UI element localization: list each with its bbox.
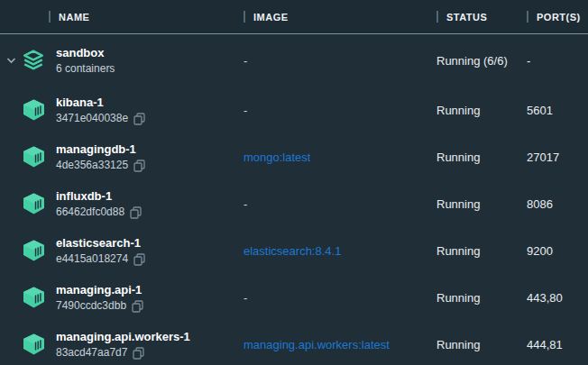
container-name: managingdb-1 xyxy=(56,141,243,157)
container-cube-icon xyxy=(22,286,46,309)
stack-layers-icon xyxy=(22,49,45,72)
container-id: 4de356a33125 xyxy=(56,159,128,172)
ports-text: 5601 xyxy=(527,104,588,117)
container-id: 3471e040038e xyxy=(56,112,128,125)
row-icon-cell xyxy=(0,145,56,169)
ports-text: 444,81 xyxy=(527,338,588,351)
column-divider xyxy=(49,11,51,23)
image-name: - xyxy=(243,291,247,305)
column-divider xyxy=(436,11,438,23)
name-cell: influxdb-1 66462dfc0d88 xyxy=(56,188,243,219)
status-text: Running xyxy=(436,197,527,211)
copy-icon[interactable] xyxy=(133,160,145,172)
status-text: Running xyxy=(436,104,527,117)
table-row[interactable]: managingdb-1 4de356a33125 mongo:latest R… xyxy=(0,133,588,180)
column-header-status[interactable]: STATUS xyxy=(436,11,527,23)
image-name[interactable]: mongo:latest xyxy=(243,151,310,164)
row-icon-cell xyxy=(0,286,56,309)
copy-icon[interactable] xyxy=(133,113,145,125)
column-divider xyxy=(243,11,245,23)
container-cube-icon xyxy=(22,145,46,169)
container-name: influxdb-1 xyxy=(56,188,243,204)
table-body: sandbox 6 containers - Running (6/6) - xyxy=(0,34,588,365)
image-name[interactable]: elasticsearch:8.4.1 xyxy=(243,244,341,258)
row-icon-cell xyxy=(0,49,56,72)
container-list-panel: NAME IMAGE STATUS PORT(S) xyxy=(0,0,588,365)
column-header-name[interactable]: NAME xyxy=(49,11,243,23)
column-header-status-label: STATUS xyxy=(446,12,487,23)
status-text: Running (6/6) xyxy=(436,54,527,68)
image-name: - xyxy=(243,54,247,68)
name-cell: sandbox 6 containers xyxy=(56,45,243,76)
image-cell: mongo:latest xyxy=(243,151,436,164)
container-cube-icon xyxy=(22,239,46,262)
ports-text: 8086 xyxy=(527,197,588,211)
table-row[interactable]: influxdb-1 66462dfc0d88 - Running 8086 xyxy=(0,180,588,227)
container-name: managing.api-1 xyxy=(56,282,243,297)
copy-icon[interactable] xyxy=(132,300,143,313)
status-text: Running xyxy=(436,244,527,258)
column-header-ports[interactable]: PORT(S) xyxy=(527,11,588,23)
ports-text: - xyxy=(527,54,588,68)
container-cube-icon xyxy=(22,333,46,356)
name-cell: kibana-1 3471e040038e xyxy=(56,95,243,125)
ports-text: 9200 xyxy=(527,244,588,258)
name-cell: managing.api.workers-1 83acd47aa7d7 xyxy=(56,329,243,360)
ports-text: 443,80 xyxy=(527,291,588,305)
container-name: elasticsearch-1 xyxy=(56,235,243,251)
container-name: sandbox xyxy=(56,45,243,60)
container-cube-icon xyxy=(22,192,46,215)
image-cell: managing.api.workers:latest xyxy=(243,338,436,351)
column-header-name-label: NAME xyxy=(59,12,89,23)
table-row[interactable]: sandbox 6 containers - Running (6/6) - xyxy=(0,34,588,87)
table-header: NAME IMAGE STATUS PORT(S) xyxy=(0,0,588,34)
table-row[interactable]: managing.api.workers-1 83acd47aa7d7 mana… xyxy=(0,321,588,365)
container-id: e4415a018274 xyxy=(56,252,128,266)
column-header-image[interactable]: IMAGE xyxy=(243,11,436,23)
name-cell: elasticsearch-1 e4415a018274 xyxy=(56,235,243,266)
status-text: Running xyxy=(436,151,527,164)
row-icon-cell xyxy=(0,333,56,356)
image-cell: - xyxy=(243,291,436,305)
table-row[interactable]: kibana-1 3471e040038e - Running 5601 xyxy=(0,87,588,133)
status-text: Running xyxy=(436,338,527,351)
image-cell: - xyxy=(243,197,436,211)
image-cell: elasticsearch:8.4.1 xyxy=(243,244,436,258)
container-name: kibana-1 xyxy=(56,95,243,110)
table-row[interactable]: elasticsearch-1 e4415a018274 elasticsear… xyxy=(0,227,588,274)
column-header-image-label: IMAGE xyxy=(253,12,289,23)
chevron-down-icon[interactable] xyxy=(6,57,22,64)
container-count: 6 containers xyxy=(56,62,115,76)
copy-icon[interactable] xyxy=(130,206,142,219)
row-icon-cell xyxy=(0,239,56,262)
container-id: 83acd47aa7d7 xyxy=(56,346,127,360)
image-cell: - xyxy=(243,104,436,117)
row-icon-cell xyxy=(0,98,56,122)
image-name: - xyxy=(243,197,247,211)
name-cell: managing.api-1 7490ccdc3dbb xyxy=(56,282,243,313)
container-id: 7490ccdc3dbb xyxy=(56,299,126,313)
table-row[interactable]: managing.api-1 7490ccdc3dbb - Running xyxy=(0,274,588,321)
container-name: managing.api.workers-1 xyxy=(56,329,243,344)
ports-text: 27017 xyxy=(527,151,588,164)
row-icon-cell xyxy=(0,192,56,215)
name-cell: managingdb-1 4de356a33125 xyxy=(56,141,243,172)
image-name: - xyxy=(243,104,247,117)
column-divider xyxy=(527,11,528,23)
image-cell: - xyxy=(243,54,436,68)
status-text: Running xyxy=(436,291,527,305)
container-cube-icon xyxy=(22,98,46,122)
container-id: 66462dfc0d88 xyxy=(56,205,124,219)
copy-icon[interactable] xyxy=(133,253,145,266)
column-header-ports-label: PORT(S) xyxy=(537,12,581,23)
copy-icon[interactable] xyxy=(133,347,144,360)
image-name[interactable]: managing.api.workers:latest xyxy=(243,338,390,351)
